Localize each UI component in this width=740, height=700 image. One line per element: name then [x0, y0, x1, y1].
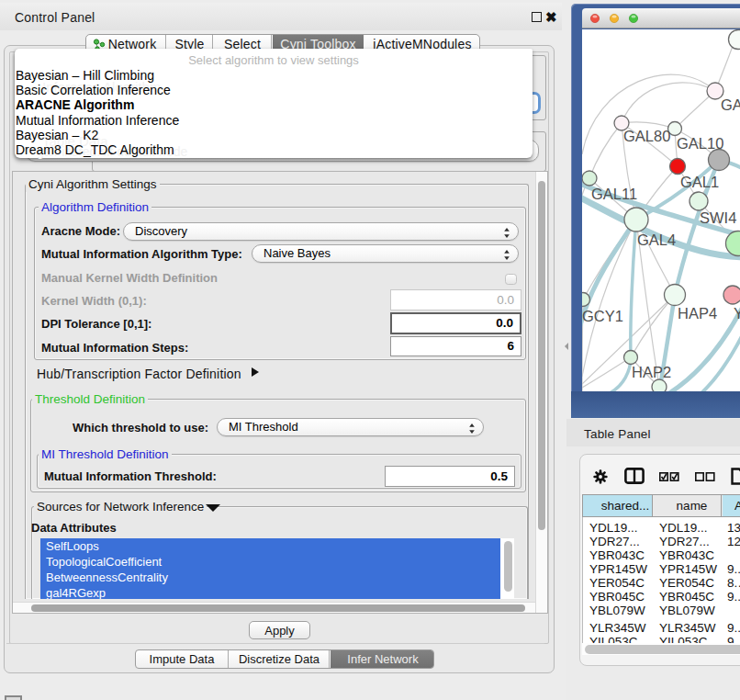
svg-text:GAL4: GAL4 [637, 231, 676, 248]
svg-text:Y: Y [734, 305, 740, 322]
svg-text:GAL11: GAL11 [591, 186, 637, 202]
svg-text:HAP2: HAP2 [632, 364, 671, 380]
svg-text:GAL7: GAL7 [721, 96, 740, 113]
svg-text:GAL10: GAL10 [677, 135, 723, 152]
svg-text:HAP4: HAP4 [678, 305, 717, 322]
svg-text:SWI4: SWI4 [700, 209, 736, 226]
svg-text:GCY1: GCY1 [582, 308, 623, 324]
svg-text:GAL80: GAL80 [623, 128, 670, 144]
svg-text:GAL1: GAL1 [680, 174, 719, 190]
